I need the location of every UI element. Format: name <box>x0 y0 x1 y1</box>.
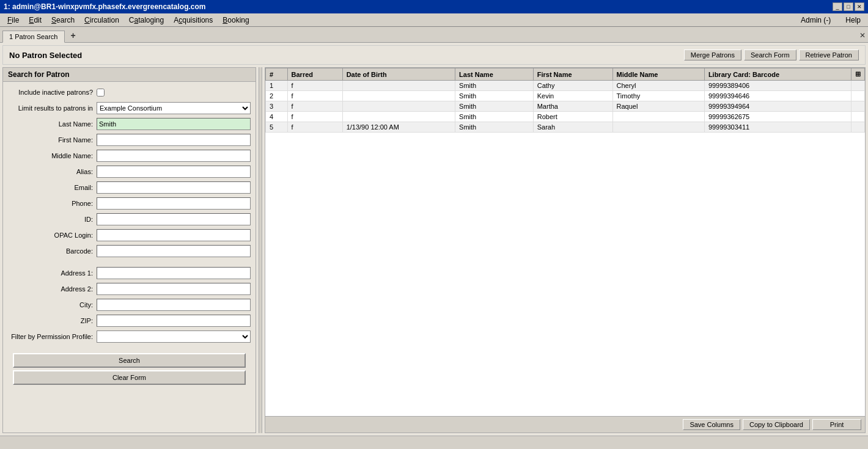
middle-name-label: Middle Name: <box>8 152 97 159</box>
window-close-icon[interactable]: ✕ <box>859 31 866 40</box>
last-name-input[interactable] <box>97 118 251 130</box>
clear-form-button[interactable]: Clear Form <box>13 370 246 385</box>
city-row: City: <box>8 298 251 312</box>
menu-edit[interactable]: Edit <box>24 15 46 26</box>
save-columns-button[interactable]: Save Columns <box>683 419 740 430</box>
include-inactive-label: Include inactive patrons? <box>8 89 97 96</box>
close-button[interactable]: ✕ <box>855 2 864 11</box>
last-name-label: Last Name: <box>8 120 97 128</box>
email-row: Email: <box>8 181 251 194</box>
search-form-buttons: Search Clear Form <box>8 348 251 390</box>
title-bar-text: 1: admin@BR1-winxpvmfx.phasefx.evergreen… <box>4 2 205 11</box>
col-last-name[interactable]: Last Name <box>455 68 534 81</box>
address1-label: Address 1: <box>8 269 97 277</box>
print-button[interactable]: Print <box>812 419 861 430</box>
address2-input[interactable] <box>97 283 251 295</box>
info-bar: No Patron Selected Merge Patrons Search … <box>2 45 866 65</box>
first-name-row: First Name: <box>8 133 251 147</box>
barcode-input[interactable] <box>97 245 251 257</box>
menu-search[interactable]: Search <box>46 15 79 26</box>
id-input[interactable] <box>97 213 251 225</box>
col-first-name[interactable]: First Name <box>533 68 612 81</box>
limit-results-row: Limit results to patrons in Example Cons… <box>8 101 251 115</box>
col-barcode[interactable]: Library Card: Barcode <box>704 68 851 81</box>
opac-login-label: OPAC Login: <box>8 232 97 239</box>
email-input[interactable] <box>97 181 251 194</box>
limit-results-select[interactable]: Example Consortium <box>97 102 251 114</box>
results-tbody: 1fSmithCathyCheryl999993894062fSmithKevi… <box>266 81 865 133</box>
zip-row: ZIP: <box>8 314 251 327</box>
phone-label: Phone: <box>8 200 97 207</box>
copy-clipboard-button[interactable]: Copy to Clipboard <box>743 419 810 430</box>
tab-patron-search[interactable]: 1 Patron Search <box>2 31 65 43</box>
last-name-row: Last Name: <box>8 117 251 131</box>
alias-input[interactable] <box>97 166 251 178</box>
vertical-divider[interactable] <box>259 67 262 433</box>
title-bar-controls: _ □ ✕ <box>833 2 864 11</box>
search-form-body: Include inactive patrons? Limit results … <box>3 82 256 393</box>
table-row[interactable]: 2fSmithKevinTimothy99999394646 <box>266 91 865 101</box>
table-row[interactable]: 3fSmithMarthaRaquel99999394964 <box>266 101 865 112</box>
info-bar-buttons: Merge Patrons Search Form Retrieve Patro… <box>684 49 859 60</box>
menu-circulation[interactable]: Circulation <box>79 15 124 26</box>
tab-add-button[interactable]: + <box>66 29 81 42</box>
main-content: No Patron Selected Merge Patrons Search … <box>0 43 868 436</box>
col-number[interactable]: # <box>266 68 288 81</box>
middle-name-input[interactable] <box>97 150 251 162</box>
patron-status: No Patron Selected <box>9 51 82 60</box>
address2-label: Address 2: <box>8 285 97 293</box>
include-inactive-checkbox[interactable] <box>97 89 105 97</box>
address1-row: Address 1: <box>8 266 251 280</box>
city-input[interactable] <box>97 299 251 311</box>
limit-results-label: Limit results to patrons in <box>8 104 97 112</box>
menu-admin[interactable]: Admin (-) <box>796 15 836 26</box>
search-panel-header: Search for Patron <box>3 68 256 82</box>
menu-acquisitions[interactable]: Acquisitions <box>169 15 218 26</box>
first-name-input[interactable] <box>97 134 251 146</box>
search-button[interactable]: Search <box>13 353 246 368</box>
phone-input[interactable] <box>97 197 251 210</box>
alias-label: Alias: <box>8 168 97 175</box>
filter-permission-select[interactable] <box>97 330 251 343</box>
body-split: Search for Patron Include inactive patro… <box>2 67 866 433</box>
search-form-button[interactable]: Search Form <box>744 49 796 60</box>
address2-row: Address 2: <box>8 282 251 296</box>
opac-login-input[interactable] <box>97 229 251 241</box>
search-panel: Search for Patron Include inactive patro… <box>2 67 256 433</box>
col-expand[interactable]: ⊞ <box>851 68 865 81</box>
filter-permission-label: Filter by Permission Profile: <box>8 333 97 340</box>
opac-login-row: OPAC Login: <box>8 228 251 242</box>
merge-patrons-button[interactable]: Merge Patrons <box>684 49 741 60</box>
menu-help[interactable]: Help <box>840 15 866 26</box>
table-header-row: # Barred Date of Birth Last Name First N… <box>266 68 865 81</box>
email-label: Email: <box>8 184 97 191</box>
retrieve-patron-button[interactable]: Retrieve Patron <box>799 49 859 60</box>
include-inactive-row: Include inactive patrons? <box>8 86 251 99</box>
id-label: ID: <box>8 216 97 223</box>
col-middle-name[interactable]: Middle Name <box>612 68 704 81</box>
middle-name-row: Middle Name: <box>8 149 251 162</box>
minimize-button[interactable]: _ <box>833 2 842 11</box>
tab-bar: 1 Patron Search + ✕ <box>0 27 868 43</box>
table-row[interactable]: 5f1/13/90 12:00 AMSmithSarah99999303411 <box>266 122 865 133</box>
menu-file[interactable]: File <box>2 15 24 26</box>
zip-input[interactable] <box>97 315 251 327</box>
table-row[interactable]: 4fSmithRobert99999362675 <box>266 112 865 122</box>
col-barred[interactable]: Barred <box>287 68 342 81</box>
menu-right: Admin (-) Help <box>796 15 866 26</box>
alias-row: Alias: <box>8 165 251 178</box>
results-panel: # Barred Date of Birth Last Name First N… <box>265 67 866 433</box>
address1-input[interactable] <box>97 267 251 279</box>
results-wrapper[interactable]: # Barred Date of Birth Last Name First N… <box>265 68 865 416</box>
menu-booking[interactable]: Booking <box>218 15 254 26</box>
first-name-label: First Name: <box>8 136 97 144</box>
filter-permission-row: Filter by Permission Profile: <box>8 330 251 343</box>
menu-cataloging[interactable]: Cataloging <box>124 15 169 26</box>
barcode-label: Barcode: <box>8 247 97 255</box>
tab-patron-search-label: 1 Patron Search <box>9 33 58 40</box>
results-table: # Barred Date of Birth Last Name First N… <box>265 68 865 133</box>
table-row[interactable]: 1fSmithCathyCheryl99999389406 <box>266 81 865 91</box>
phone-row: Phone: <box>8 197 251 210</box>
col-dob[interactable]: Date of Birth <box>342 68 455 81</box>
maximize-button[interactable]: □ <box>844 2 853 11</box>
